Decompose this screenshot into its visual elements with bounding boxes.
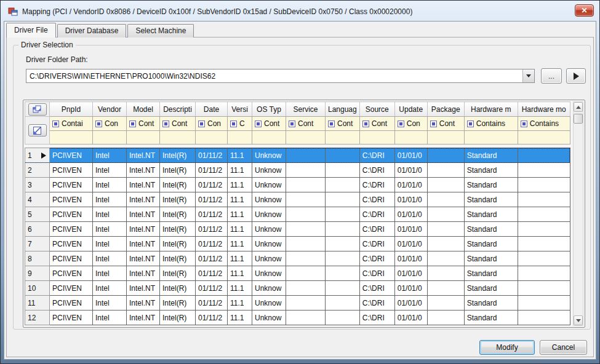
- grid-cell-r7-c2[interactable]: Intel.NT: [127, 237, 160, 251]
- grid-cell-r5-c8[interactable]: [326, 207, 360, 222]
- filter-condition-icon[interactable]: [129, 121, 136, 127]
- grid-cell-r3-c10[interactable]: 01/01/0: [394, 178, 427, 192]
- grid-cell-r5-c13[interactable]: [518, 207, 570, 222]
- filter-cell-9[interactable]: Cont: [359, 117, 394, 131]
- filter-input-13[interactable]: [518, 131, 570, 144]
- grid-cell-r8-c7[interactable]: [286, 251, 326, 266]
- grid-cell-r5-c2[interactable]: Intel.NT: [127, 207, 160, 222]
- row-header-9[interactable]: 9: [25, 266, 50, 281]
- grid-cell-r2-c8[interactable]: [326, 163, 360, 178]
- grid-cell-r7-c9[interactable]: C:\DRI: [359, 237, 394, 251]
- grid-cell-r8-c13[interactable]: [518, 251, 570, 266]
- grid-cell-r11-c6[interactable]: Unknow: [252, 296, 286, 311]
- row-header-4[interactable]: 4: [25, 192, 50, 207]
- filter-condition-icon[interactable]: [255, 121, 262, 127]
- grid-cell-r5-c10[interactable]: 01/01/0: [394, 207, 427, 222]
- browse-button[interactable]: ...: [541, 68, 562, 84]
- grid-cell-r3-c7[interactable]: [286, 178, 326, 192]
- grid-cell-r2-c0[interactable]: PCI\VEN: [50, 163, 93, 178]
- grid-cell-r6-c4[interactable]: 01/11/2: [196, 222, 228, 237]
- grid-cell-r10-c7[interactable]: [286, 281, 326, 296]
- grid-cell-r10-c9[interactable]: C:\DRI: [359, 281, 394, 296]
- grid-cell-r6-c13[interactable]: [518, 222, 570, 237]
- grid-cell-r4-c13[interactable]: [518, 192, 570, 207]
- grid-cell-r4-c5[interactable]: 11.1: [228, 192, 252, 207]
- filter-input-4[interactable]: [196, 131, 228, 144]
- grid-cell-r4-c11[interactable]: [427, 192, 464, 207]
- filter-condition-icon[interactable]: [362, 121, 369, 127]
- grid-cell-r4-c10[interactable]: 01/01/0: [394, 192, 427, 207]
- grid-cell-r3-c6[interactable]: Unknow: [252, 178, 286, 192]
- grid-cell-r7-c4[interactable]: 01/11/2: [196, 237, 228, 251]
- column-header-5[interactable]: Versi: [228, 102, 252, 117]
- filter-edit-button[interactable]: [28, 124, 47, 136]
- grid-cell-r4-c7[interactable]: [286, 192, 326, 207]
- grid-cell-r9-c7[interactable]: [286, 266, 326, 281]
- filter-cell-0[interactable]: Contai: [50, 117, 93, 131]
- filter-condition-icon[interactable]: [521, 121, 527, 127]
- grid-cell-r2-c12[interactable]: Standard: [464, 163, 518, 178]
- grid-cell-r7-c1[interactable]: Intel: [93, 237, 127, 251]
- grid-cell-r10-c12[interactable]: Standard: [464, 281, 518, 296]
- grid-cell-r6-c5[interactable]: 11.1: [228, 222, 252, 237]
- grid-cell-r3-c5[interactable]: 11.1: [228, 178, 252, 192]
- grid-cell-r11-c7[interactable]: [286, 296, 326, 311]
- tab-driver-database[interactable]: Driver Database: [57, 24, 127, 38]
- grid-cell-r11-c1[interactable]: Intel: [93, 296, 127, 311]
- grid-cell-r10-c10[interactable]: 01/01/0: [394, 281, 427, 296]
- vertical-scrollbar[interactable]: [573, 101, 583, 326]
- combobox-dropdown-button[interactable]: [522, 69, 534, 82]
- run-button[interactable]: [566, 68, 586, 84]
- filter-cell-11[interactable]: Cont: [427, 117, 464, 131]
- grid-cell-r8-c6[interactable]: Unknow: [252, 251, 286, 266]
- grid-cell-r8-c0[interactable]: PCI\VEN: [50, 251, 93, 266]
- grid-cell-r9-c5[interactable]: 11.1: [228, 266, 252, 281]
- filter-condition-icon[interactable]: [430, 121, 437, 127]
- filter-condition-icon[interactable]: [198, 121, 205, 127]
- grid-cell-r9-c11[interactable]: [427, 266, 464, 281]
- grid-cell-r1-c12[interactable]: Standard: [464, 148, 518, 163]
- grid-cell-r3-c3[interactable]: Intel(R): [160, 178, 196, 192]
- row-header-2[interactable]: 2: [25, 163, 50, 178]
- grid-cell-r9-c13[interactable]: [518, 266, 570, 281]
- grid-cell-r1-c11[interactable]: [427, 148, 464, 163]
- filter-input-0[interactable]: [50, 131, 93, 144]
- filter-condition-icon[interactable]: [162, 121, 169, 127]
- grid-cell-r8-c11[interactable]: [427, 251, 464, 266]
- filter-condition-icon[interactable]: [52, 121, 59, 127]
- column-header-11[interactable]: Package: [427, 102, 464, 117]
- grid-cell-r7-c11[interactable]: [427, 237, 464, 251]
- grid-cell-r2-c9[interactable]: C:\DRI: [359, 163, 394, 178]
- grid-cell-r10-c11[interactable]: [427, 281, 464, 296]
- grid-cell-r8-c3[interactable]: Intel(R): [160, 251, 196, 266]
- close-button[interactable]: ✕: [575, 4, 594, 17]
- grid-cell-r1-c5[interactable]: 11.1: [228, 148, 252, 163]
- column-header-0[interactable]: PnpId: [50, 102, 93, 117]
- grid-cell-r1-c0[interactable]: PCI\VEN: [50, 148, 93, 163]
- grid-cell-r1-c7[interactable]: [286, 148, 326, 163]
- grid-cell-r9-c0[interactable]: PCI\VEN: [50, 266, 93, 281]
- grid-cell-r6-c11[interactable]: [427, 222, 464, 237]
- grid-cell-r3-c11[interactable]: [427, 178, 464, 192]
- driver-folder-path-combobox[interactable]: C:\DRIVERS\WIN\ETHERNET\PRO1000\Win32\ND…: [26, 69, 535, 83]
- scroll-down-button[interactable]: [574, 315, 583, 325]
- grid-cell-r2-c4[interactable]: 01/11/2: [196, 163, 228, 178]
- grid-cell-r5-c6[interactable]: Unknow: [252, 207, 286, 222]
- column-header-6[interactable]: OS Typ: [252, 102, 286, 117]
- grid-cell-r8-c5[interactable]: 11.1: [228, 251, 252, 266]
- grid-cell-r4-c8[interactable]: [326, 192, 360, 207]
- grid-cell-r6-c6[interactable]: Unknow: [252, 222, 286, 237]
- grid-cell-r4-c6[interactable]: Unknow: [252, 192, 286, 207]
- filter-cell-3[interactable]: Cont: [160, 117, 196, 131]
- grid-cell-r11-c5[interactable]: 11.1: [228, 296, 252, 311]
- grid-cell-r3-c0[interactable]: PCI\VEN: [50, 178, 93, 192]
- filter-cell-10[interactable]: Con: [394, 117, 427, 131]
- filter-condition-icon[interactable]: [289, 121, 295, 127]
- grid-cell-r7-c12[interactable]: Standard: [464, 237, 518, 251]
- filter-input-7[interactable]: [286, 131, 326, 144]
- row-header-8[interactable]: 8: [25, 251, 50, 266]
- grid-cell-r8-c9[interactable]: C:\DRI: [359, 251, 394, 266]
- column-header-4[interactable]: Date: [196, 102, 228, 117]
- grid-cell-r6-c2[interactable]: Intel.NT: [127, 222, 160, 237]
- grid-cell-r8-c10[interactable]: 01/01/0: [394, 251, 427, 266]
